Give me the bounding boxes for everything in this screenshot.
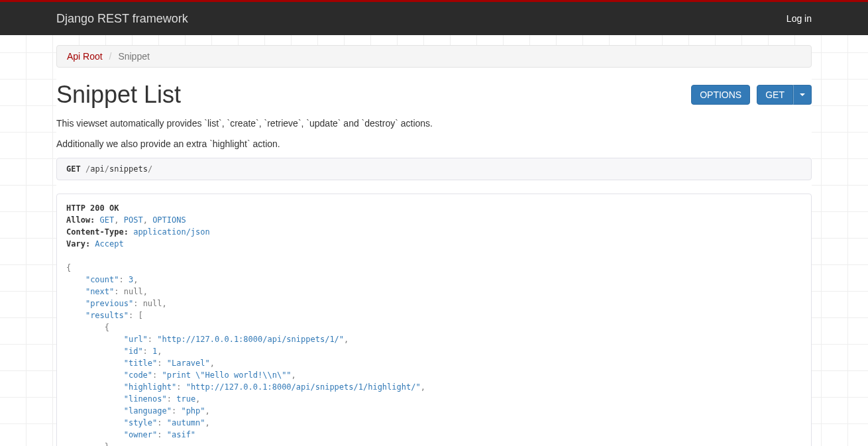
page-header-row: Snippet List OPTIONS GET [56, 81, 812, 109]
brand-title[interactable]: Django REST framework [56, 12, 188, 26]
request-method: GET [66, 164, 81, 174]
breadcrumb-current: Snippet [118, 51, 149, 62]
page-title: Snippet List [56, 81, 181, 109]
get-button-group: GET [757, 85, 812, 105]
vary-header-label: Vary: [66, 239, 90, 249]
get-button[interactable]: GET [757, 85, 793, 105]
breadcrumb: Api Root / Snippet [56, 45, 812, 68]
options-button[interactable]: OPTIONS [691, 85, 750, 105]
allow-header-label: Allow: [66, 215, 95, 225]
page-description: This viewset automatically provides `lis… [56, 117, 812, 151]
topbar: Django REST framework Log in [0, 0, 868, 35]
request-path: /api/snippets/ [85, 164, 152, 174]
login-link[interactable]: Log in [787, 13, 812, 24]
description-line-1: This viewset automatically provides `lis… [56, 117, 812, 131]
breadcrumb-root[interactable]: Api Root [67, 51, 103, 62]
chevron-down-icon [800, 93, 805, 96]
content-type-label: Content-Type: [66, 227, 129, 237]
request-info: GET /api/snippets/ [56, 158, 812, 180]
main-container: Api Root / Snippet Snippet List OPTIONS … [56, 45, 812, 446]
response-panel: HTTP 200 OK Allow: GET, POST, OPTIONS Co… [56, 194, 812, 446]
action-buttons: OPTIONS GET [691, 85, 812, 105]
description-line-2: Additionally we also provide an extra `h… [56, 137, 812, 151]
response-status: HTTP 200 OK [66, 203, 119, 213]
breadcrumb-separator: / [105, 51, 116, 62]
get-dropdown-toggle[interactable] [793, 85, 812, 105]
